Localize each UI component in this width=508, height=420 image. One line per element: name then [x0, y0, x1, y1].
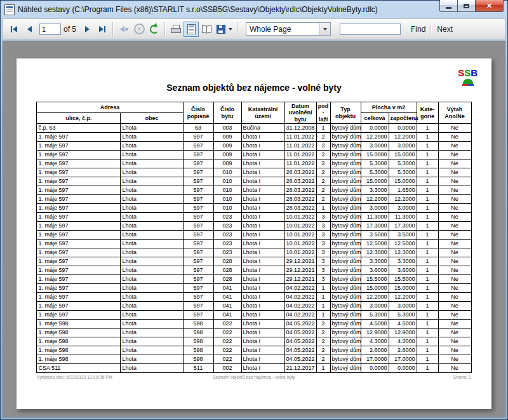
page-footer: Vytištěno dne: 9/22/2023 12:19:35 PM Sez…	[37, 375, 471, 379]
table-cell: Lhota	[121, 266, 183, 275]
maximize-button[interactable]	[458, 0, 476, 12]
stop-rendering-button[interactable]: ✕	[131, 22, 147, 37]
table-cell: 1. máje 597	[37, 213, 121, 222]
table-cell: 4.3000	[361, 337, 389, 346]
header-typ-objektu: Typ objektu	[330, 102, 361, 124]
header-celkova: celková	[361, 113, 389, 124]
toolbar: of 5 ✕ Wh	[3, 18, 505, 39]
table-cell: 1. máje 597	[37, 142, 121, 151]
table-cell: 15.0000	[361, 284, 389, 293]
page-number-input[interactable]	[39, 24, 61, 35]
toolbar-separator	[237, 22, 238, 36]
zoom-select[interactable]: Whole Page	[246, 22, 331, 36]
table-row: 1. máje 597Lhota597009Lhota I11.01.20222…	[37, 142, 471, 151]
table-cell: 10.01.2022	[284, 248, 316, 257]
table-cell: 597	[183, 133, 213, 142]
table-cell: Ne	[438, 222, 471, 231]
first-page-button[interactable]	[6, 22, 22, 37]
table-cell: 04.05.2022	[284, 337, 316, 346]
table-row: 1. máje 597Lhota597023Lhota I10.01.20223…	[37, 240, 471, 248]
table-cell: bytový dům	[330, 275, 361, 284]
table-cell: 1	[417, 151, 438, 159]
close-button[interactable]: ✕	[476, 0, 504, 12]
ssb-logo: SSB	[458, 68, 478, 86]
table-cell: bytový dům	[330, 311, 361, 320]
table-cell: 1	[417, 133, 438, 142]
table-cell: 12.5000	[361, 240, 389, 248]
table-cell: 1	[417, 329, 438, 337]
header-obec: obec	[121, 113, 183, 124]
previous-page-button[interactable]	[22, 22, 37, 37]
table-cell: 1	[417, 204, 438, 213]
next-page-button[interactable]	[79, 22, 95, 37]
table-cell: 12.3000	[361, 248, 389, 257]
header-zapoctena: započtená	[389, 113, 417, 124]
table-cell: 1	[417, 168, 438, 177]
table-cell: Ne	[438, 248, 471, 257]
table-cell: 3.3000	[361, 186, 389, 195]
table-cell: 12.3000	[389, 248, 417, 257]
table-cell: 29.12.2021	[284, 257, 316, 266]
table-cell: 3.0000	[389, 142, 417, 151]
refresh-button[interactable]	[147, 22, 162, 37]
table-cell: 12.5000	[389, 240, 417, 248]
table-cell: 1. máje 597	[37, 159, 121, 168]
print-layout-button[interactable]	[184, 22, 199, 37]
table-cell: 022	[213, 346, 241, 355]
back-to-parent-button[interactable]	[116, 22, 131, 37]
table-cell: Lhota	[121, 133, 183, 142]
table-cell: 597	[183, 293, 213, 302]
table-cell: bytový dům	[330, 355, 361, 364]
last-page-button[interactable]	[95, 22, 110, 37]
export-button[interactable]	[214, 22, 234, 37]
table-cell: 12.9000	[389, 329, 417, 337]
table-cell: 028	[213, 257, 241, 266]
table-cell: Ne	[438, 186, 471, 195]
report-table-header: Adresa Číslo popisné Číslo bytu Katastrá…	[37, 102, 471, 124]
table-cell: 12.2000	[361, 195, 389, 204]
table-cell: 1	[417, 248, 438, 257]
header-cislo-popisne: Číslo popisné	[183, 102, 213, 124]
find-input[interactable]	[340, 24, 401, 35]
zoom-dropdown-button[interactable]	[319, 23, 330, 35]
table-cell: 1	[417, 302, 438, 311]
table-cell: 04.02.2022	[284, 293, 316, 302]
report-title: Seznam objektů bez nájemce - volné byty	[17, 58, 491, 93]
table-cell: 041	[213, 302, 241, 311]
table-row: č.p. 63Lhota63003Bučina31.12.20081bytový…	[37, 124, 471, 133]
table-cell: Ne	[438, 168, 471, 177]
table-cell: 3.0000	[361, 302, 389, 311]
table-cell: Lhota	[121, 284, 183, 293]
table-cell: Lhota I	[241, 168, 284, 177]
find-next-button[interactable]: Next	[437, 25, 453, 34]
table-cell: 04.05.2022	[284, 355, 316, 364]
table-cell: Ne	[438, 195, 471, 204]
table-cell: 3	[316, 248, 330, 257]
table-cell: 1. máje 597	[37, 311, 121, 320]
table-cell: 1	[316, 124, 330, 133]
table-cell: Lhota	[121, 177, 183, 186]
table-cell: 15.0000	[389, 151, 417, 159]
table-cell: 598	[183, 320, 213, 329]
minimize-button[interactable]	[439, 0, 458, 12]
table-cell: 022	[213, 355, 241, 364]
table-cell: Ne	[438, 293, 471, 302]
table-cell: 0.0000	[389, 364, 417, 373]
table-cell: 1	[417, 364, 438, 373]
table-cell: 041	[213, 284, 241, 293]
table-cell: 3.0000	[361, 204, 389, 213]
table-row: 1. máje 597Lhota597009Lhota I11.01.20222…	[37, 151, 471, 159]
table-cell: bytový dům	[330, 142, 361, 151]
find-button[interactable]: Find	[411, 25, 425, 34]
table-cell: 1. máje 598	[37, 355, 121, 364]
table-cell: 023	[213, 231, 241, 240]
table-cell: 1	[417, 177, 438, 186]
table-cell: 022	[213, 320, 241, 329]
table-cell: 3	[316, 240, 330, 248]
page-setup-button[interactable]	[199, 22, 214, 37]
table-cell: 1. máje 597	[37, 168, 121, 177]
table-cell: Ne	[438, 329, 471, 337]
first-page-icon	[11, 26, 12, 32]
table-cell: 10.01.2022	[284, 222, 316, 231]
print-button[interactable]	[168, 22, 184, 37]
